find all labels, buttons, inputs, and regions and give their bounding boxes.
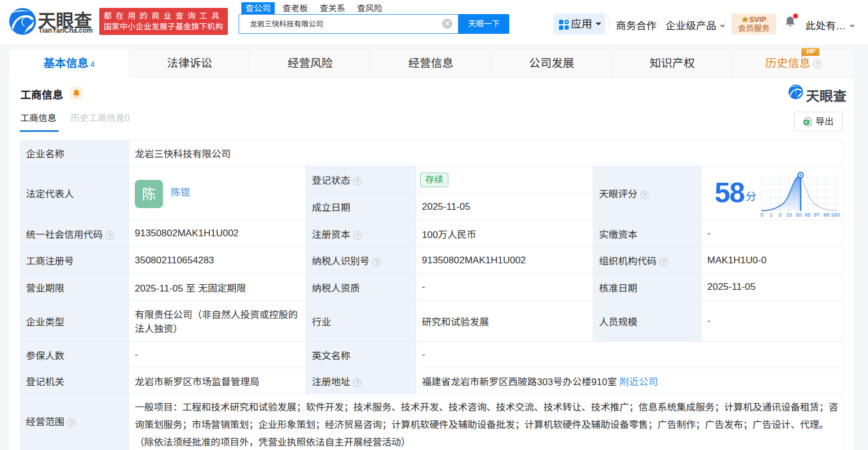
svg-text:100: 100 [831,211,840,217]
svg-text:0: 0 [760,211,763,217]
svg-text:99: 99 [823,211,830,217]
svg-text:97: 97 [814,211,820,217]
svg-text:1: 1 [769,211,772,217]
svg-text:15: 15 [786,211,792,217]
svg-text:85: 85 [805,211,811,217]
svg-text:50: 50 [796,211,802,217]
svg-text:3: 3 [778,211,781,217]
